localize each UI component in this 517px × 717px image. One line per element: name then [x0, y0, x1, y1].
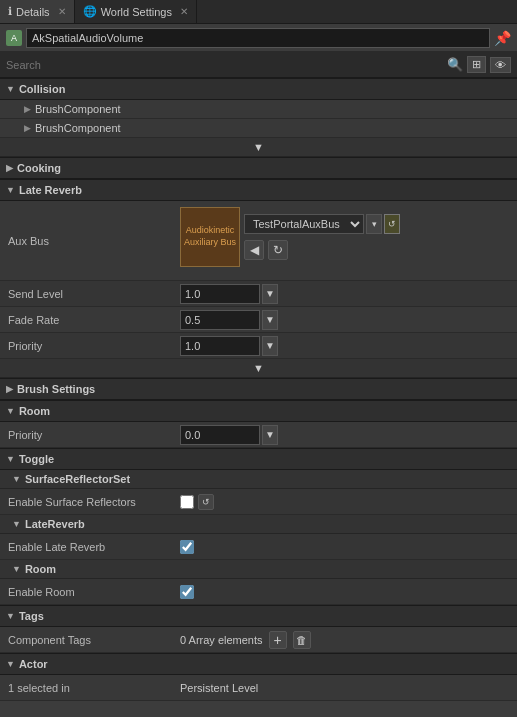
- room-group-arrow: ▼: [12, 564, 21, 574]
- late-reverb-priority-control: ▼: [180, 336, 278, 356]
- tags-arrow: ▼: [6, 611, 15, 621]
- fade-rate-label: Fade Rate: [0, 314, 176, 326]
- aux-bus-refresh-button[interactable]: ↻: [268, 240, 288, 260]
- room-priority-value: ▼: [176, 425, 517, 445]
- fade-rate-spin[interactable]: ▼: [262, 310, 278, 330]
- toggle-section-header[interactable]: ▼ Toggle: [0, 448, 517, 470]
- tab-world-settings[interactable]: 🌐 World Settings ✕: [75, 0, 197, 23]
- brush-settings-section-header[interactable]: ▶ Brush Settings: [0, 378, 517, 400]
- cooking-section-header[interactable]: ▶ Cooking: [0, 157, 517, 179]
- properties-panel: ▼ Collision ▶ BrushComponent ▶ BrushComp…: [0, 78, 517, 717]
- room-group-header[interactable]: ▼ Room: [0, 560, 517, 579]
- tree-arrow-1: ▶: [24, 104, 31, 114]
- search-input[interactable]: [6, 59, 443, 71]
- world-settings-tab-label: World Settings: [101, 6, 172, 18]
- selected-in-row: 1 selected in Persistent Level: [0, 675, 517, 701]
- aux-bus-top: Audiokinetic Auxiliary Bus TestPortalAux…: [180, 207, 513, 267]
- late-reverb-group-arrow: ▼: [12, 519, 21, 529]
- late-reverb-section-header[interactable]: ▼ Late Reverb: [0, 179, 517, 201]
- send-level-input[interactable]: [180, 284, 260, 304]
- search-icon: 🔍: [447, 57, 463, 72]
- late-reverb-group-header[interactable]: ▼ LateReverb: [0, 515, 517, 534]
- fade-rate-control: ▼: [180, 310, 278, 330]
- send-level-spin[interactable]: ▼: [262, 284, 278, 304]
- tab-bar: ℹ Details ✕ 🌐 World Settings ✕: [0, 0, 517, 24]
- aux-bus-value: Audiokinetic Auxiliary Bus TestPortalAux…: [176, 201, 517, 273]
- aux-bus-reset-btn[interactable]: ↺: [384, 214, 400, 234]
- enable-surface-reflectors-reset[interactable]: ↺: [198, 494, 214, 510]
- late-reverb-group-label: LateReverb: [25, 518, 85, 530]
- enable-late-reverb-checkbox[interactable]: [180, 540, 194, 554]
- aux-bus-dropdown: TestPortalAuxBus ▾ ↺: [244, 214, 400, 234]
- selected-in-label: 1 selected in: [0, 682, 176, 694]
- brush-component-2-label: BrushComponent: [35, 122, 121, 134]
- aux-bus-select[interactable]: TestPortalAuxBus: [244, 214, 364, 234]
- aux-bus-actions: ◀ ↻: [244, 240, 400, 260]
- component-tags-count: 0 Array elements: [180, 634, 263, 646]
- send-level-value: ▼: [176, 284, 517, 304]
- enable-late-reverb-row: Enable Late Reverb: [0, 534, 517, 560]
- room-priority-label: Priority: [0, 429, 176, 441]
- room-section-header[interactable]: ▼ Room: [0, 400, 517, 422]
- room-content: Priority ▼: [0, 422, 517, 448]
- surface-reflector-set-header[interactable]: ▼ SurfaceReflectorSet: [0, 470, 517, 489]
- room-priority-row: Priority ▼: [0, 422, 517, 448]
- send-level-label: Send Level: [0, 288, 176, 300]
- surface-reflector-set-label: SurfaceReflectorSet: [25, 473, 130, 485]
- actor-label: Actor: [19, 658, 48, 670]
- surface-reflector-arrow: ▼: [12, 474, 21, 484]
- enable-surface-reflectors-checkbox[interactable]: [180, 495, 194, 509]
- collision-label: Collision: [19, 83, 65, 95]
- world-settings-tab-close[interactable]: ✕: [180, 6, 188, 17]
- actor-section-header[interactable]: ▼ Actor: [0, 653, 517, 675]
- fade-rate-value: ▼: [176, 310, 517, 330]
- fade-rate-input[interactable]: [180, 310, 260, 330]
- details-tab-close[interactable]: ✕: [58, 6, 66, 17]
- enable-surface-reflectors-label: Enable Surface Reflectors: [0, 496, 176, 508]
- divider-arrow-2: ▼: [253, 362, 264, 374]
- object-type-icon: A: [6, 30, 22, 46]
- room-priority-spin[interactable]: ▼: [262, 425, 278, 445]
- late-reverb-label: Late Reverb: [19, 184, 82, 196]
- object-name-input[interactable]: [26, 28, 490, 48]
- add-tag-button[interactable]: +: [269, 631, 287, 649]
- tab-details[interactable]: ℹ Details ✕: [0, 0, 75, 23]
- component-tags-label: Component Tags: [0, 634, 176, 646]
- delete-tag-button[interactable]: 🗑: [293, 631, 311, 649]
- collision-arrow: ▼: [6, 84, 15, 94]
- aux-bus-back-button[interactable]: ◀: [244, 240, 264, 260]
- late-reverb-priority-input[interactable]: [180, 336, 260, 356]
- late-reverb-priority-spin[interactable]: ▼: [262, 336, 278, 356]
- room-label: Room: [19, 405, 50, 417]
- late-reverb-priority-value: ▼: [176, 336, 517, 356]
- collision-section-header[interactable]: ▼ Collision: [0, 78, 517, 100]
- tags-value-group: 0 Array elements + 🗑: [180, 631, 311, 649]
- room-priority-input[interactable]: [180, 425, 260, 445]
- brush-component-2[interactable]: ▶ BrushComponent: [0, 119, 517, 138]
- aux-bus-thumbnail: Audiokinetic Auxiliary Bus: [180, 207, 240, 267]
- room-priority-control: ▼: [180, 425, 278, 445]
- enable-room-checkbox[interactable]: [180, 585, 194, 599]
- room-group-label: Room: [25, 563, 56, 575]
- brush-component-1[interactable]: ▶ BrushComponent: [0, 100, 517, 119]
- pin-icon: 📌: [494, 30, 511, 46]
- divider-arrow: ▼: [253, 141, 264, 153]
- thumbnail-line1: Audiokinetic: [186, 225, 235, 237]
- collision-content: ▶ BrushComponent ▶ BrushComponent ▼: [0, 100, 517, 157]
- details-tab-label: Details: [16, 6, 50, 18]
- fade-rate-row: Fade Rate ▼: [0, 307, 517, 333]
- tags-section-header[interactable]: ▼ Tags: [0, 605, 517, 627]
- actor-arrow: ▼: [6, 659, 15, 669]
- aux-bus-row: Aux Bus Audiokinetic Auxiliary Bus TestP…: [0, 201, 517, 281]
- brush-component-1-label: BrushComponent: [35, 103, 121, 115]
- late-reverb-priority-label: Priority: [0, 340, 176, 352]
- brush-settings-arrow: ▶: [6, 384, 13, 394]
- grid-view-button[interactable]: ⊞: [467, 56, 486, 73]
- object-bar: A 📌: [0, 24, 517, 52]
- toggle-arrow: ▼: [6, 454, 15, 464]
- enable-late-reverb-value: [176, 540, 517, 554]
- aux-bus-dropdown-arrow[interactable]: ▾: [366, 214, 382, 234]
- eye-view-button[interactable]: 👁: [490, 57, 511, 73]
- enable-room-row: Enable Room: [0, 579, 517, 605]
- late-reverb-priority-row: Priority ▼: [0, 333, 517, 359]
